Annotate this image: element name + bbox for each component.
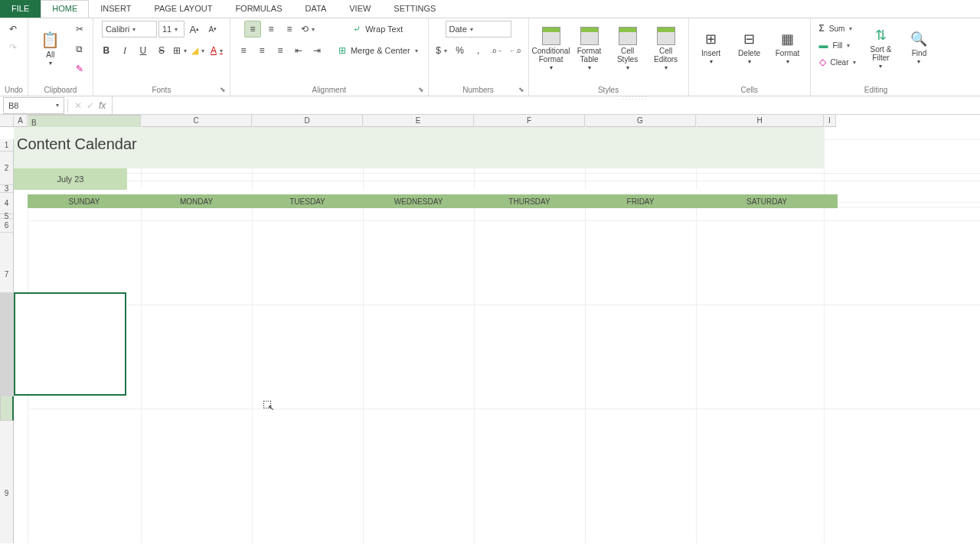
- column-header-I[interactable]: I: [824, 115, 836, 127]
- format-painter-button[interactable]: [71, 60, 88, 77]
- title-cell[interactable]: Content Calendar: [14, 127, 824, 161]
- day-header-tuesday[interactable]: TUESDAY: [252, 194, 363, 208]
- format-label: Format: [776, 49, 800, 57]
- tab-formulas[interactable]: FORMULAS: [224, 0, 293, 18]
- tab-file[interactable]: FILE: [0, 0, 41, 18]
- sum-label: Sum: [829, 24, 845, 33]
- paste-label: All: [46, 51, 54, 59]
- group-font-label: Fonts: [98, 84, 225, 96]
- cell-editors-button[interactable]: Cell Editors▾: [648, 21, 684, 77]
- day-header-monday[interactable]: MONDAY: [141, 194, 252, 208]
- clear-button[interactable]: Clear: [815, 54, 861, 70]
- row-header-2[interactable]: 2: [0, 152, 14, 185]
- align-middle-button[interactable]: [263, 21, 279, 37]
- redo-button[interactable]: ↷: [5, 39, 21, 56]
- align-bottom-button[interactable]: [281, 21, 298, 37]
- autosum-button[interactable]: Sum: [815, 21, 857, 36]
- row-header-3[interactable]: 3: [0, 185, 14, 193]
- number-format-select[interactable]: Date: [446, 21, 511, 37]
- column-header-H[interactable]: H: [696, 115, 824, 127]
- row-header-1[interactable]: 1: [0, 139, 14, 152]
- strike-button[interactable]: S: [153, 42, 170, 59]
- row-header-6[interactable]: 6: [0, 219, 14, 233]
- orientation-button[interactable]: ⟲: [299, 21, 316, 37]
- cell-editors-icon: [657, 27, 675, 45]
- day-header-wednesday[interactable]: WEDNESDAY: [363, 194, 474, 208]
- fx-button[interactable]: fx: [99, 100, 106, 111]
- number-dialog-launcher[interactable]: ⬊: [518, 86, 526, 93]
- formula-bar-gripper[interactable]: ::::::::: [620, 94, 651, 101]
- conditional-format-button[interactable]: Conditional Format▾: [534, 21, 569, 77]
- merge-center-button[interactable]: Merge & Center: [333, 42, 423, 59]
- day-header-friday[interactable]: FRIDAY: [585, 194, 696, 208]
- font-dialog-launcher[interactable]: ⬊: [220, 86, 227, 93]
- paste-button[interactable]: All ▾: [33, 21, 68, 77]
- sort-filter-button[interactable]: ⇅ Sort & Filter▾: [863, 21, 898, 77]
- comma-button[interactable]: [470, 42, 487, 59]
- align-top-button[interactable]: [244, 21, 261, 37]
- tab-bar: FILE HOME INSERT PAGE LAYOUT FORMULAS DA…: [0, 0, 980, 18]
- month-cell[interactable]: July 23: [14, 168, 127, 190]
- bold-button[interactable]: B: [98, 42, 115, 59]
- undo-button[interactable]: [5, 21, 21, 37]
- inc-decimal-button[interactable]: .0→: [488, 42, 505, 59]
- spreadsheet-grid[interactable]: ABCDEFGHI 123456789 Content Calendar Jul…: [0, 115, 980, 543]
- column-header-F[interactable]: F: [474, 115, 585, 127]
- wrap-text-button[interactable]: Wrap Text: [348, 21, 408, 37]
- row-header-4[interactable]: 4: [0, 193, 14, 214]
- italic-button[interactable]: I: [116, 42, 133, 59]
- cut-button[interactable]: [71, 21, 88, 37]
- find-button[interactable]: 🔍 Find▾: [901, 21, 936, 77]
- font-size-select[interactable]: 11: [158, 21, 185, 37]
- mouse-cursor: ⬚↖: [263, 398, 272, 409]
- delete-cells-button[interactable]: ⊟ Delete▾: [732, 21, 767, 77]
- grow-font-button[interactable]: ▴: [186, 21, 203, 37]
- tab-data[interactable]: DATA: [294, 0, 338, 18]
- fill-color-button[interactable]: [190, 42, 207, 59]
- tab-settings[interactable]: SETTINGS: [382, 0, 447, 18]
- format-cells-button[interactable]: ▦ Format▾: [770, 21, 805, 77]
- row-header-9[interactable]: 9: [0, 421, 14, 543]
- group-cells-label: Cells: [694, 84, 805, 96]
- tab-home[interactable]: HOME: [41, 0, 89, 18]
- align-dialog-launcher[interactable]: ⬊: [418, 86, 426, 93]
- border-button[interactable]: [172, 42, 188, 59]
- currency-button[interactable]: [433, 42, 450, 59]
- formula-input[interactable]: [113, 96, 980, 114]
- select-all-corner[interactable]: [0, 115, 14, 127]
- align-left-button[interactable]: [235, 42, 252, 59]
- name-box[interactable]: B8 ▾: [3, 97, 64, 114]
- insert-cells-button[interactable]: ⊞ Insert▾: [694, 21, 729, 77]
- column-header-D[interactable]: D: [252, 115, 363, 127]
- accept-formula-icon[interactable]: ✓: [87, 100, 94, 111]
- formula-bar: B8 ▾ ✕ ✓ fx ::::::::: [0, 96, 980, 115]
- format-table-button[interactable]: Format Table▾: [572, 21, 607, 77]
- shrink-font-button[interactable]: ▾: [204, 21, 221, 37]
- copy-button[interactable]: [71, 41, 88, 57]
- font-name-select[interactable]: Calibri: [102, 21, 157, 37]
- fill-button[interactable]: Fill: [815, 37, 854, 53]
- cancel-formula-icon[interactable]: ✕: [74, 100, 82, 111]
- indent-dec-button[interactable]: ⇤: [290, 42, 307, 59]
- column-header-A[interactable]: A: [14, 115, 28, 127]
- dec-decimal-button[interactable]: ←.0: [507, 42, 524, 59]
- indent-inc-button[interactable]: ⇥: [309, 42, 325, 59]
- column-header-G[interactable]: G: [585, 115, 696, 127]
- column-header-C[interactable]: C: [141, 115, 252, 127]
- column-header-E[interactable]: E: [363, 115, 474, 127]
- clear-icon: [819, 57, 826, 67]
- tab-view[interactable]: VIEW: [338, 0, 382, 18]
- cell-styles-button[interactable]: Cell Styles▾: [610, 21, 645, 77]
- day-header-sunday[interactable]: SUNDAY: [28, 194, 141, 208]
- sort-label: Sort & Filter: [864, 45, 897, 62]
- tab-insert[interactable]: INSERT: [89, 0, 142, 18]
- day-header-thursday[interactable]: THURSDAY: [474, 194, 585, 208]
- align-right-button[interactable]: [272, 42, 289, 59]
- day-header-saturday[interactable]: SATURDAY: [696, 194, 838, 208]
- align-center-button[interactable]: [253, 42, 270, 59]
- underline-button[interactable]: U: [135, 42, 152, 59]
- font-color-button[interactable]: A: [208, 42, 225, 59]
- tab-page-layout[interactable]: PAGE LAYOUT: [142, 0, 224, 18]
- format-table-label: Format Table: [573, 47, 606, 64]
- percent-button[interactable]: [452, 42, 469, 59]
